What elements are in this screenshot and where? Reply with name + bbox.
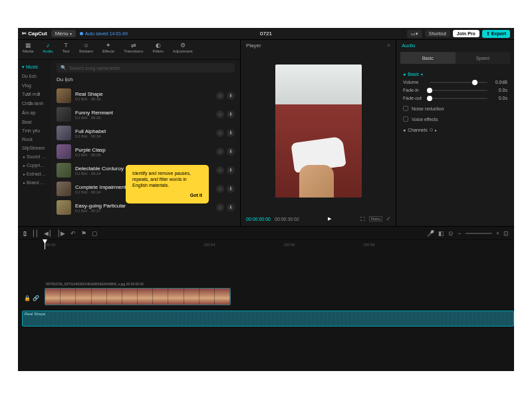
sidebar-item[interactable]: ▸ Extracted a... [18, 170, 51, 178]
tool-selection[interactable]: ▯ [23, 230, 27, 237]
search-icon: 🔍 [61, 65, 66, 70]
audio-track-item[interactable]: Real ShapeDJ BAI · 00:30☆⬇ [57, 86, 235, 105]
shortcut-button[interactable]: Shortcut [425, 30, 450, 37]
menu-button[interactable]: Menu ▾ [51, 30, 76, 37]
download-icon[interactable]: ⬇ [227, 148, 235, 156]
sidebar-item[interactable]: ▸ Sound effe... [18, 152, 51, 161]
ratio-button[interactable]: Ratio [369, 216, 382, 221]
timeline-ruler[interactable]: |00:00 |00:04 |00:06 |00:08 [18, 240, 514, 249]
track-thumb [57, 144, 71, 159]
sidebar-item[interactable]: Rock [18, 135, 51, 144]
sidebar-item[interactable]: Ấm áp [18, 108, 51, 118]
sidebar-item[interactable]: Chữa lành [18, 99, 51, 108]
sidebar-item[interactable]: Tình yêu [18, 126, 51, 135]
favorite-icon[interactable]: ☆ [216, 110, 224, 118]
tab-transitions[interactable]: ⇄Transitions [119, 40, 148, 59]
video-clip[interactable] [45, 288, 231, 305]
tab-effects[interactable]: ✦Effects [98, 40, 119, 59]
zoom-in[interactable]: + [496, 230, 499, 237]
sidebar-item[interactable]: ▸ Brand musi... [18, 178, 51, 187]
zoom-slider[interactable] [466, 233, 492, 234]
playhead[interactable] [45, 240, 45, 249]
export-button[interactable]: ⇧ Export [482, 30, 510, 38]
section-basic[interactable]: ● Basic ▾ [403, 72, 507, 76]
section-channels[interactable]: ● Channels ◇ ▸ [403, 127, 507, 132]
play-button[interactable]: ▶ [328, 216, 331, 221]
audio-track-item[interactable]: Full AlphabetDJ BAI · 00:24☆⬇ [57, 124, 235, 142]
tab-speed[interactable]: Speed [456, 52, 511, 64]
audio-clip[interactable]: Real Shape [22, 311, 514, 327]
tool-mic[interactable]: 🎤 [427, 230, 434, 237]
search-input[interactable]: 🔍Search song name/artist [57, 63, 235, 72]
tab-text[interactable]: TText [58, 40, 74, 59]
track-thumb [57, 163, 71, 178]
tab-adjustment[interactable]: ⚙Adjustment [168, 40, 198, 59]
timecode-current: 00:00:00:00 [246, 217, 271, 221]
favorite-icon[interactable]: ☆ [216, 129, 224, 137]
timecode-total: 00:00:30:02 [275, 217, 299, 221]
noise-checkbox[interactable] [403, 106, 408, 111]
category-title: Du lịch [57, 76, 235, 82]
feature-tooltip: Identify and remove pauses, repeats, and… [126, 165, 209, 203]
tool-magnet[interactable]: ⊙ [448, 230, 454, 237]
layout-button[interactable]: ▭▾ [407, 30, 422, 38]
tool-cover[interactable]: ◧ [438, 230, 444, 237]
sidebar-item[interactable]: Beat [18, 118, 51, 126]
topbar: ✂ CapCut Menu ▾ Auto saved 14:01:49 0721… [18, 28, 514, 40]
track-thumb [57, 107, 71, 122]
track-thumb [57, 126, 71, 140]
tool-flag[interactable]: ⚑ [81, 230, 86, 237]
tool-right[interactable]: ⎮▶ [57, 230, 65, 237]
lock-icon[interactable]: 🔒 [24, 295, 31, 301]
tab-audio[interactable]: ♪Audio [38, 40, 57, 59]
favorite-icon[interactable]: ☆ [216, 148, 224, 156]
audio-panel-title: Audio [396, 40, 514, 51]
tool-undo[interactable]: ↶ [70, 230, 76, 237]
voice-checkbox[interactable] [403, 116, 408, 122]
tab-media[interactable]: ▦Media [18, 40, 38, 59]
favorite-icon[interactable]: ☆ [216, 166, 224, 174]
tab-filters[interactable]: ◐Filters [148, 40, 168, 59]
track-thumb [57, 182, 71, 196]
zoom-out[interactable]: − [458, 230, 461, 237]
download-icon[interactable]: ⬇ [227, 166, 235, 174]
fullscreen-icon[interactable]: ⤢ [386, 216, 390, 221]
scale-icon[interactable]: ⛶ [360, 217, 365, 221]
sidebar-item[interactable]: SlipStream [18, 144, 51, 152]
autosave-status: Auto saved 14:01:49 [80, 31, 128, 36]
audio-track-item[interactable]: Funny RemnantDJ BAI · 00:26☆⬇ [57, 105, 235, 124]
track-thumb [57, 88, 71, 103]
download-icon[interactable]: ⬇ [227, 92, 235, 100]
download-icon[interactable]: ⬇ [227, 203, 235, 211]
download-icon[interactable]: ⬇ [227, 185, 235, 193]
tooltip-gotit-button[interactable]: Got it [132, 192, 202, 198]
download-icon[interactable]: ⬇ [227, 129, 235, 137]
link-icon[interactable]: 🔗 [33, 295, 39, 301]
tool-split[interactable]: ⎮⎮ [32, 230, 39, 237]
sidebar-item[interactable]: Vlog [18, 81, 51, 90]
player-menu-icon[interactable]: ≡ [387, 43, 390, 49]
tab-basic[interactable]: Basic [400, 52, 456, 64]
project-title: 0721 [260, 31, 272, 37]
tool-left[interactable]: ◀⎮ [44, 230, 52, 237]
sidebar-item[interactable]: Du lịch [18, 72, 51, 81]
player-title: Player [246, 43, 261, 49]
tool-captions[interactable]: ▢ [92, 230, 98, 237]
favorite-icon[interactable]: ☆ [216, 203, 224, 211]
sidebar-item[interactable]: ▾ Music [18, 63, 51, 72]
favorite-icon[interactable]: ☆ [216, 92, 224, 100]
favorite-icon[interactable]: ☆ [216, 185, 224, 193]
media-tabs: ▦Media♪AudioTText☺Stickers✦Effects⇄Trans… [18, 40, 240, 60]
sidebar-item[interactable]: ▸ Copyright i... [18, 161, 51, 170]
join-pro-button[interactable]: Join Pro [453, 30, 479, 37]
tab-stickers[interactable]: ☺Stickers [74, 40, 98, 59]
sidebar-item[interactable]: Tươi mới [18, 90, 51, 99]
fadeout-slider[interactable] [430, 98, 487, 99]
volume-slider[interactable] [430, 82, 487, 83]
zoom-fit[interactable]: ⊡ [503, 230, 509, 237]
preview-image [275, 65, 362, 198]
fadein-slider[interactable] [430, 90, 487, 91]
download-icon[interactable]: ⬇ [227, 110, 235, 118]
category-sidebar: ▾ MusicDu lịchVlogTươi mớiChữa lànhẤm áp… [18, 60, 51, 226]
audio-track-item[interactable]: Purple ClaspDJ BAI · 00:26☆⬇ [57, 142, 235, 161]
